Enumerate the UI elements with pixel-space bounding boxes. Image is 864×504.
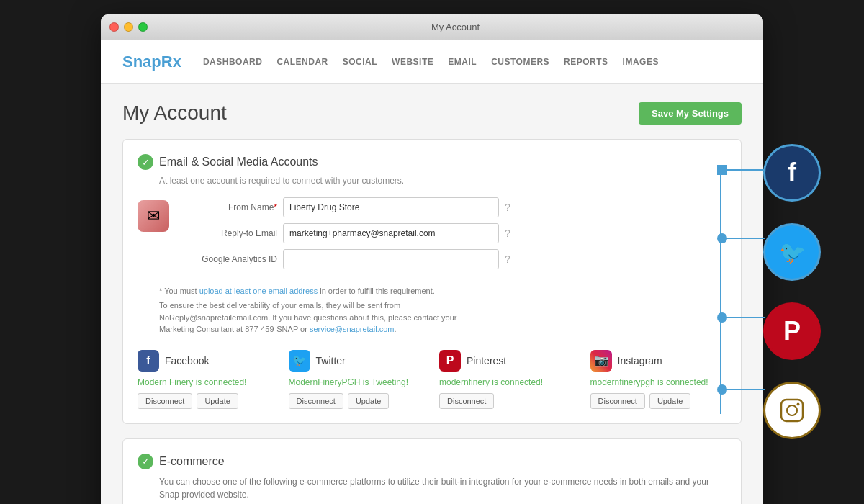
page-header: My Account Save My Settings: [122, 102, 742, 125]
twitter-status: ModernFineryPGH is Tweeting!: [289, 377, 426, 387]
reply-email-label: Reply-to Email: [184, 228, 277, 238]
page-title: My Account: [122, 102, 227, 125]
twitter-update-button[interactable]: Update: [348, 393, 389, 409]
side-instagram-icon: [763, 382, 821, 439]
ecommerce-title-text: E-commerce: [159, 455, 225, 468]
ecommerce-check-icon: ✓: [138, 454, 153, 469]
nav-links: DASHBOARD CALENDAR SOCIAL WEBSITE EMAIL …: [203, 56, 659, 67]
title-bar: My Account: [101, 14, 763, 40]
logo-rx: Rx: [161, 53, 181, 71]
pinterest-logo: P: [439, 350, 461, 372]
nav-dashboard[interactable]: DASHBOARD: [203, 57, 263, 67]
from-name-help-icon[interactable]: ?: [505, 202, 510, 213]
side-dot-ig: [717, 384, 727, 395]
analytics-label: Google Analytics ID: [184, 254, 277, 264]
analytics-help-icon[interactable]: ?: [505, 253, 510, 265]
instagram-status: modernfinerypgh is connected!: [590, 377, 727, 387]
pinterest-status: modernfinery is connected!: [439, 377, 576, 387]
close-button[interactable]: [109, 22, 119, 32]
facebook-update-button[interactable]: Update: [197, 393, 238, 409]
pinterest-buttons: Disconnect: [439, 393, 576, 409]
reply-email-row: Reply-to Email ?: [184, 223, 726, 243]
twitter-buttons: Disconnect Update: [289, 393, 426, 409]
minimize-button[interactable]: [124, 22, 133, 32]
nav-bar: SnapRx DASHBOARD CALENDAR SOCIAL WEBSITE…: [101, 40, 763, 84]
email-social-title-text: Email & Social Media Accounts: [159, 156, 318, 168]
facebook-name: Facebook: [165, 355, 209, 366]
facebook-buttons: Disconnect Update: [138, 393, 274, 409]
side-pinterest-icon: P: [763, 302, 821, 360]
instagram-disconnect-button[interactable]: Disconnect: [590, 393, 645, 409]
reply-email-help-icon[interactable]: ?: [505, 228, 510, 239]
email-form-rows: From Name* ? Reply-to Email ? Google Ana…: [184, 197, 726, 275]
facebook-logo: f: [138, 350, 159, 372]
pinterest-header: P Pinterest: [439, 350, 576, 372]
email-note: * You must upload at least one email add…: [159, 287, 726, 295]
from-name-label: From Name*: [184, 202, 277, 212]
upload-link[interactable]: upload at least one email address: [199, 287, 318, 295]
instagram-update-button[interactable]: Update: [649, 393, 690, 409]
nav-email[interactable]: EMAIL: [448, 57, 477, 67]
twitter-logo: 🐦: [289, 350, 310, 372]
nav-website[interactable]: WEBSITE: [392, 57, 433, 67]
pinterest-disconnect-button[interactable]: Disconnect: [439, 393, 494, 409]
analytics-input[interactable]: [283, 249, 499, 269]
email-social-check-icon: ✓: [138, 154, 153, 170]
side-social-icons: f 🐦 P: [763, 144, 821, 439]
side-dot-pt: [717, 312, 727, 323]
nav-reports[interactable]: REPORTS: [564, 57, 608, 67]
nav-calendar[interactable]: CALENDAR: [276, 57, 328, 67]
logo-snap: Snap: [122, 53, 161, 71]
twitter-disconnect-button[interactable]: Disconnect: [289, 393, 343, 409]
svg-point-1: [787, 405, 797, 415]
from-name-row: From Name* ?: [184, 197, 726, 217]
reply-email-input[interactable]: [283, 223, 499, 243]
instagram-buttons: Disconnect Update: [590, 393, 727, 409]
facebook-status: Modern Finery is connected!: [138, 377, 274, 387]
maximize-button[interactable]: [138, 22, 148, 32]
twitter-name: Twitter: [316, 355, 346, 366]
facebook-disconnect-button[interactable]: Disconnect: [138, 393, 192, 409]
service-email-link[interactable]: service@snapretail.com: [310, 325, 395, 333]
facebook-item: f Facebook Modern Finery is connected! D…: [138, 350, 274, 409]
instagram-logo: 📷: [590, 350, 612, 372]
email-disclaimer: To ensure the best deliverability of you…: [159, 300, 726, 336]
email-form-section: ✉ From Name* ? Reply-to Email ?: [138, 197, 726, 275]
pinterest-name: Pinterest: [467, 355, 506, 366]
svg-rect-0: [781, 400, 803, 421]
email-social-subtitle: At least one account is required to conn…: [159, 176, 726, 186]
window-title: My Account: [156, 22, 755, 32]
instagram-name: Instagram: [618, 355, 662, 366]
side-facebook-icon: f: [763, 144, 821, 202]
email-social-title: ✓ Email & Social Media Accounts: [138, 154, 726, 170]
pinterest-item: P Pinterest modernfinery is connected! D…: [439, 350, 576, 409]
nav-images[interactable]: IMAGES: [623, 57, 659, 67]
main-content: My Account Save My Settings ✓ Email & So…: [101, 84, 763, 504]
svg-point-2: [797, 403, 800, 406]
save-settings-button[interactable]: Save My Settings: [639, 102, 742, 125]
ecommerce-title: ✓ E-commerce: [138, 454, 726, 469]
window-controls: [109, 22, 148, 32]
logo: SnapRx: [122, 53, 181, 71]
email-social-card: ✓ Email & Social Media Accounts At least…: [122, 139, 742, 424]
twitter-item: 🐦 Twitter ModernFineryPGH is Tweeting! D…: [289, 350, 426, 409]
facebook-header: f Facebook: [138, 350, 274, 372]
analytics-row: Google Analytics ID ?: [184, 249, 726, 269]
ecommerce-card: ✓ E-commerce You can choose one of the f…: [122, 438, 742, 505]
social-grid: f Facebook Modern Finery is connected! D…: [138, 350, 726, 409]
side-dot-tw: [717, 233, 727, 243]
from-name-input[interactable]: [283, 197, 499, 217]
side-connector-line: [720, 169, 721, 414]
instagram-header: 📷 Instagram: [590, 350, 727, 372]
nav-social[interactable]: SOCIAL: [343, 57, 377, 67]
nav-customers[interactable]: CUSTOMERS: [491, 57, 549, 67]
side-dot-fb: [717, 165, 727, 175]
instagram-item: 📷 Instagram modernfinerypgh is connected…: [590, 350, 727, 409]
email-icon: ✉: [138, 200, 169, 232]
twitter-header: 🐦 Twitter: [289, 350, 426, 372]
ecommerce-subtitle: You can choose one of the following e-co…: [159, 475, 726, 501]
side-twitter-icon: 🐦: [763, 223, 821, 281]
